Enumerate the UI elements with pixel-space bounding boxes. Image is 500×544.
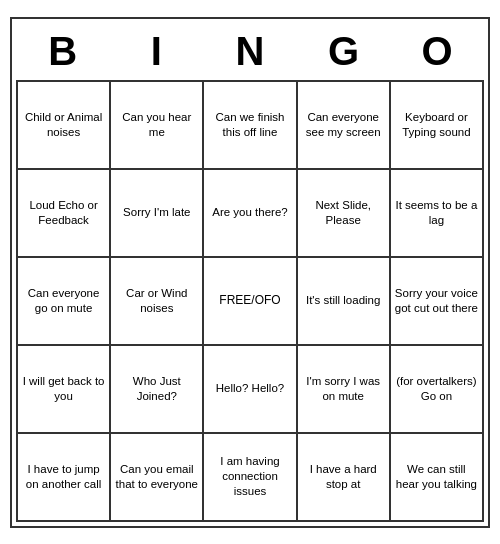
cell-text-14: Sorry your voice got cut out there — [395, 286, 478, 316]
bingo-cell-23: I have a hard stop at — [298, 434, 391, 522]
bingo-cell-18: I'm sorry I was on mute — [298, 346, 391, 434]
bingo-card: BINGO Child or Animal noisesCan you hear… — [10, 17, 490, 528]
cell-text-18: I'm sorry I was on mute — [302, 374, 385, 404]
cell-text-13: It's still loading — [306, 293, 380, 308]
bingo-cell-11: Car or Wind noises — [111, 258, 204, 346]
bingo-cell-7: Are you there? — [204, 170, 297, 258]
title-letter-I: I — [112, 29, 200, 74]
bingo-cell-1: Can you hear me — [111, 82, 204, 170]
bingo-title: BINGO — [16, 23, 484, 80]
cell-text-9: It seems to be a lag — [395, 198, 478, 228]
cell-text-1: Can you hear me — [115, 110, 198, 140]
bingo-cell-6: Sorry I'm late — [111, 170, 204, 258]
cell-text-17: Hello? Hello? — [216, 381, 284, 396]
cell-text-6: Sorry I'm late — [123, 205, 190, 220]
bingo-grid: Child or Animal noisesCan you hear meCan… — [16, 80, 484, 522]
bingo-cell-2: Can we finish this off line — [204, 82, 297, 170]
title-letter-O: O — [393, 29, 481, 74]
cell-text-4: Keyboard or Typing sound — [395, 110, 478, 140]
bingo-cell-24: We can still hear you talking — [391, 434, 484, 522]
cell-text-22: I am having connection issues — [208, 454, 291, 499]
bingo-cell-3: Can everyone see my screen — [298, 82, 391, 170]
cell-text-10: Can everyone go on mute — [22, 286, 105, 316]
cell-text-12: FREE/OFO — [219, 293, 280, 309]
bingo-cell-19: (for overtalkers) Go on — [391, 346, 484, 434]
cell-text-2: Can we finish this off line — [208, 110, 291, 140]
cell-text-3: Can everyone see my screen — [302, 110, 385, 140]
cell-text-19: (for overtalkers) Go on — [395, 374, 478, 404]
cell-text-7: Are you there? — [212, 205, 287, 220]
cell-text-0: Child or Animal noises — [22, 110, 105, 140]
bingo-cell-21: Can you email that to everyone — [111, 434, 204, 522]
bingo-cell-16: Who Just Joined? — [111, 346, 204, 434]
bingo-cell-0: Child or Animal noises — [18, 82, 111, 170]
cell-text-23: I have a hard stop at — [302, 462, 385, 492]
bingo-cell-8: Next Slide, Please — [298, 170, 391, 258]
cell-text-8: Next Slide, Please — [302, 198, 385, 228]
cell-text-5: Loud Echo or Feedback — [22, 198, 105, 228]
bingo-cell-9: It seems to be a lag — [391, 170, 484, 258]
bingo-cell-22: I am having connection issues — [204, 434, 297, 522]
bingo-cell-10: Can everyone go on mute — [18, 258, 111, 346]
cell-text-24: We can still hear you talking — [395, 462, 478, 492]
cell-text-16: Who Just Joined? — [115, 374, 198, 404]
bingo-cell-17: Hello? Hello? — [204, 346, 297, 434]
title-letter-B: B — [19, 29, 107, 74]
title-letter-G: G — [300, 29, 388, 74]
cell-text-15: I will get back to you — [22, 374, 105, 404]
bingo-cell-14: Sorry your voice got cut out there — [391, 258, 484, 346]
bingo-cell-5: Loud Echo or Feedback — [18, 170, 111, 258]
bingo-cell-12: FREE/OFO — [204, 258, 297, 346]
cell-text-21: Can you email that to everyone — [115, 462, 198, 492]
title-letter-N: N — [206, 29, 294, 74]
cell-text-11: Car or Wind noises — [115, 286, 198, 316]
bingo-cell-15: I will get back to you — [18, 346, 111, 434]
bingo-cell-20: I have to jump on another call — [18, 434, 111, 522]
bingo-cell-13: It's still loading — [298, 258, 391, 346]
bingo-cell-4: Keyboard or Typing sound — [391, 82, 484, 170]
cell-text-20: I have to jump on another call — [22, 462, 105, 492]
